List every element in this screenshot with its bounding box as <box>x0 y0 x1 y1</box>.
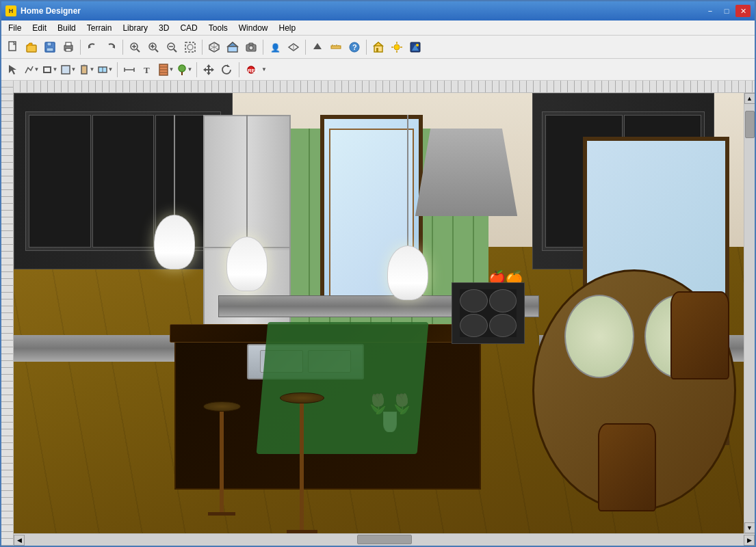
scroll-track-vertical[interactable] <box>744 104 755 522</box>
polyline-tool-button[interactable]: ▼ <box>23 61 40 79</box>
kitchen-3d-scene[interactable]: 🌷🌷 🍎🍊 <box>14 93 744 533</box>
redo-button[interactable] <box>102 38 120 56</box>
print-button[interactable] <box>60 38 77 56</box>
material-tool-button[interactable]: ▼ <box>157 61 175 79</box>
render-button[interactable] <box>406 38 424 56</box>
dinner-plate-1 <box>564 295 634 378</box>
vertical-scrollbar[interactable]: ▲ ▼ <box>744 93 755 533</box>
svg-text:REC: REC <box>248 68 257 74</box>
menu-library[interactable]: Library <box>117 22 153 34</box>
menu-cad[interactable]: CAD <box>174 22 203 34</box>
ruler-marks <box>1 81 13 546</box>
burner <box>460 314 488 337</box>
horizontal-scrollbar[interactable]: ◀ ▶ <box>14 533 755 546</box>
new-button[interactable] <box>4 38 22 56</box>
minimize-button[interactable]: − <box>703 5 718 17</box>
svg-text:+: + <box>151 42 154 49</box>
exterior-view-button[interactable] <box>224 38 242 56</box>
zoom-out-button[interactable] <box>163 38 181 56</box>
pendant-light-2 <box>218 115 276 291</box>
svg-marker-44 <box>374 42 382 46</box>
toolbar2-sep-1 <box>117 62 118 77</box>
scroll-left-button[interactable]: ◀ <box>14 535 25 546</box>
dimension-tool-button[interactable] <box>120 61 138 79</box>
menu-build[interactable]: Build <box>52 22 81 34</box>
undo-button[interactable] <box>83 38 101 56</box>
stove-burners <box>460 289 517 338</box>
scroll-up-button[interactable]: ▲ <box>744 93 755 104</box>
scroll-right-button[interactable]: ▶ <box>744 535 755 546</box>
svg-point-46 <box>394 44 400 50</box>
bar-stool-1 <box>189 401 255 516</box>
scroll-thumb-horizontal[interactable] <box>357 535 412 544</box>
pendant-light-3 <box>379 115 437 299</box>
house-icon-button[interactable] <box>369 38 387 56</box>
svg-line-20 <box>174 49 177 52</box>
fly-button[interactable] <box>285 38 302 56</box>
scroll-track-horizontal[interactable] <box>25 534 744 546</box>
svg-rect-7 <box>66 49 71 51</box>
door-tool-button[interactable]: ▼ <box>78 61 96 79</box>
svg-marker-35 <box>313 43 322 49</box>
svg-text:👤: 👤 <box>270 42 281 53</box>
measure-button[interactable] <box>327 38 345 56</box>
window-tool-button[interactable]: ▼ <box>96 61 114 79</box>
record-dropdown[interactable]: ▼ <box>261 66 267 72</box>
rotate-tool-button[interactable] <box>218 61 236 79</box>
toolbar-sep-2 <box>122 40 123 55</box>
close-button[interactable]: ✕ <box>735 5 751 17</box>
walk-button[interactable]: 👤 <box>266 38 284 56</box>
stool-seat <box>203 401 241 412</box>
toolbar-sep-3 <box>202 40 203 55</box>
open-button[interactable] <box>23 38 40 56</box>
pendant-cord <box>246 115 248 237</box>
svg-point-53 <box>416 44 419 46</box>
main-window: H Home Designer − □ ✕ File Edit Build Te… <box>0 0 756 547</box>
text-tool-button[interactable]: T <box>139 61 157 79</box>
plant-tool-button[interactable]: ▼ <box>176 61 194 79</box>
menu-bar: File Edit Build Terrain Library 3D CAD T… <box>1 21 755 36</box>
svg-rect-45 <box>376 48 378 52</box>
menu-window[interactable]: Window <box>233 22 274 34</box>
wall-tool-button[interactable]: ▼ <box>41 61 59 79</box>
pendant-shade <box>154 215 195 269</box>
zoom-in-button[interactable]: + <box>144 38 162 56</box>
room-tool-button[interactable]: ▼ <box>60 61 77 79</box>
bar-stool-2 <box>262 392 342 533</box>
scroll-thumb-vertical[interactable] <box>745 111 755 138</box>
stool-leg <box>300 403 304 530</box>
svg-point-68 <box>179 65 185 72</box>
sun-icon-button[interactable] <box>388 38 406 56</box>
toolbar-primary: + 👤 <box>1 36 755 59</box>
app-icon: H <box>5 5 16 16</box>
canvas-area[interactable]: 🌷🌷 🍎🍊 <box>14 93 744 533</box>
camera-button[interactable] <box>242 38 260 56</box>
dining-chair-1 <box>670 291 729 379</box>
menu-terrain[interactable]: Terrain <box>81 22 118 34</box>
maximize-button[interactable]: □ <box>719 5 734 17</box>
help-content-button[interactable]: ? <box>346 38 363 56</box>
pendant-shade <box>226 237 268 291</box>
move-tool-button[interactable] <box>200 61 218 79</box>
view-3d-button[interactable] <box>205 38 223 56</box>
menu-help[interactable]: Help <box>273 22 301 34</box>
svg-rect-36 <box>331 46 341 49</box>
svg-text:?: ? <box>352 43 357 51</box>
select-tool-button[interactable] <box>4 61 22 79</box>
arrow-up-button[interactable] <box>309 38 326 56</box>
zoom-fit-button[interactable] <box>126 38 144 56</box>
toolbar-sep-1 <box>80 40 81 55</box>
record-button[interactable]: REC <box>242 61 260 79</box>
svg-line-11 <box>137 49 140 52</box>
save-button[interactable] <box>41 38 59 56</box>
window-controls: − □ ✕ <box>703 5 751 17</box>
pendant-cord <box>407 115 408 245</box>
zoom-window-button[interactable] <box>181 38 199 56</box>
pendant-cord <box>174 115 175 214</box>
burner <box>489 314 517 337</box>
menu-file[interactable]: File <box>3 22 27 34</box>
menu-edit[interactable]: Edit <box>27 22 52 34</box>
menu-3d[interactable]: 3D <box>153 22 174 34</box>
scroll-down-button[interactable]: ▼ <box>744 522 755 533</box>
menu-tools[interactable]: Tools <box>203 22 233 34</box>
